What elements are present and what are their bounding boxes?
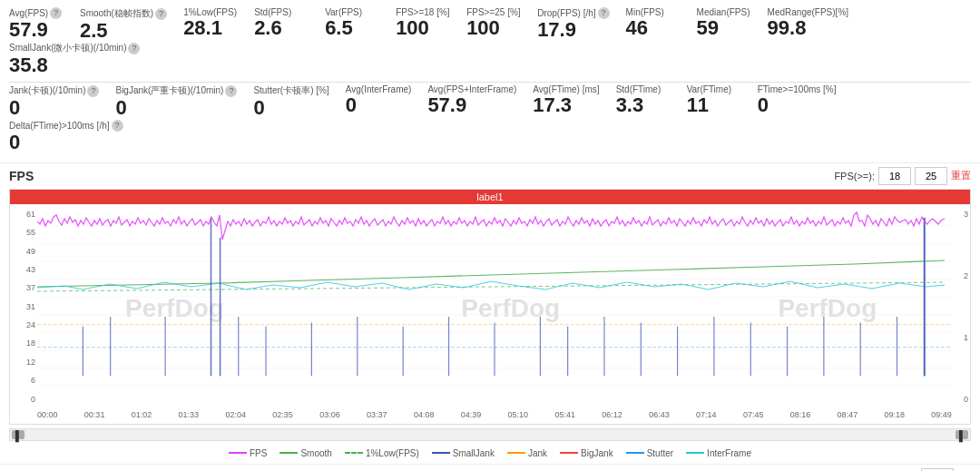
stat-item: BigJank(严重卡顿)(/10min)?0 xyxy=(115,84,237,119)
legend-item: Smooth xyxy=(279,448,331,458)
stat-item: FPS>=18 [%]100 xyxy=(396,7,450,39)
fps-gte-label: FPS(>=): xyxy=(834,171,875,182)
y-axis-left: 61554943373124181260 xyxy=(10,208,37,406)
frame-time-section: Frame Time Frame值 什么-值得买 ms xyxy=(0,464,980,471)
scrollbar[interactable]: ▐ ▐ xyxy=(9,428,971,441)
stat-item: MedRange(FPS)[%]99.8 xyxy=(768,7,848,39)
stat-item: SmallJank(微小卡顿)(/10min)?35.8 xyxy=(9,42,140,76)
help-icon[interactable]: ? xyxy=(128,43,140,54)
fps-controls: FPS(>=): 重置 xyxy=(834,167,971,185)
x-axis: 00:0000:3101:0201:3302:0402:3503:0603:37… xyxy=(37,406,952,424)
fps-section: FPS FPS(>=): 重置 label1 PerfDog PerfDog P… xyxy=(0,163,980,464)
scrollbar-thumb-right[interactable]: ▐ xyxy=(956,430,968,439)
help-icon[interactable]: ? xyxy=(155,8,167,20)
chart-canvas xyxy=(37,208,952,406)
chart-area: label1 PerfDog PerfDog PerfDog 615549433… xyxy=(9,189,971,425)
chart-inner: PerfDog PerfDog PerfDog 6155494337312418… xyxy=(10,208,970,424)
stats-section: Avg(FPS)?57.9Smooth(稳帧指数)?2.51%Low(FPS)2… xyxy=(0,0,980,163)
legend-item: Stutter xyxy=(626,448,673,458)
stat-item: Var(FPS)6.5 xyxy=(325,7,379,39)
stat-item: Avg(FTime) [ms]17.3 xyxy=(533,84,599,116)
stat-item: Median(FPS)59 xyxy=(697,7,751,39)
fps-title: FPS xyxy=(9,169,34,183)
y-axis-right: 3210 xyxy=(952,208,970,406)
help-icon[interactable]: ? xyxy=(87,85,99,97)
scrollbar-thumb-left[interactable]: ▐ xyxy=(12,430,24,439)
stat-item: Jank(卡顿)(/10min)?0 xyxy=(9,84,99,119)
help-icon[interactable]: ? xyxy=(598,7,610,19)
stat-item: FTime>=100ms [%]0 xyxy=(758,84,837,116)
legend-item: InterFrame xyxy=(686,448,751,458)
stat-item: Avg(FPS)?57.9 xyxy=(9,7,64,41)
stat-item: Min(FPS)46 xyxy=(626,7,681,39)
stats-row-2: Jank(卡顿)(/10min)?0BigJank(严重卡顿)(/10min)?… xyxy=(9,84,971,152)
stat-item: Var(FTime)11 xyxy=(687,84,741,116)
legend-item: Jank xyxy=(507,448,547,458)
stat-item: Smooth(稳帧指数)?2.5 xyxy=(80,7,167,42)
stat-item: Avg(InterFrame)0 xyxy=(346,84,412,116)
help-icon[interactable]: ? xyxy=(112,120,123,132)
legend: FPSSmooth1%Low(FPS)SmallJankJankBigJankS… xyxy=(9,446,971,460)
fps-input-2[interactable] xyxy=(915,167,947,185)
stat-item: Drop(FPS) [/h]?17.9 xyxy=(537,7,609,41)
stat-item: Stutter(卡顿率) [%]0 xyxy=(253,84,328,119)
legend-item: 1%Low(FPS) xyxy=(345,448,419,458)
fps-header: FPS FPS(>=): 重置 xyxy=(9,167,971,185)
stats-row-1: Avg(FPS)?57.9Smooth(稳帧指数)?2.51%Low(FPS)2… xyxy=(9,7,971,76)
stat-item: Std(FPS)2.6 xyxy=(254,7,309,39)
reset-button[interactable]: 重置 xyxy=(951,169,971,182)
legend-item: SmallJank xyxy=(432,448,495,458)
legend-item: FPS xyxy=(229,448,267,458)
stat-item: Avg(FPS+InterFrame)57.9 xyxy=(427,84,516,116)
help-icon[interactable]: ? xyxy=(225,85,237,97)
stat-item: FPS>=25 [%]100 xyxy=(466,7,521,39)
help-icon[interactable]: ? xyxy=(50,7,62,19)
stat-item: Delta(FTime)>100ms [/h]?0 xyxy=(9,120,123,153)
stat-item: Std(FTime)3.3 xyxy=(616,84,671,116)
stat-item: 1%Low(FPS)28.1 xyxy=(183,7,238,39)
fps-input-1[interactable] xyxy=(878,167,911,185)
chart-label-bar: label1 xyxy=(10,190,970,204)
legend-item: BigJank xyxy=(560,448,613,458)
